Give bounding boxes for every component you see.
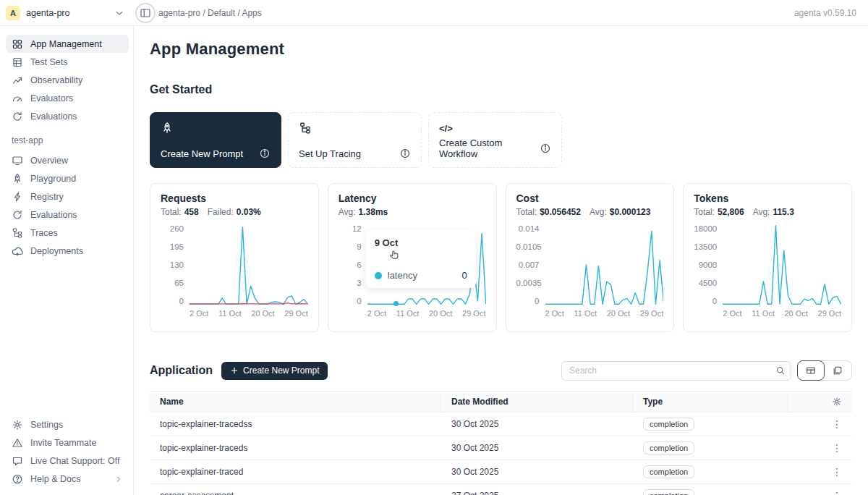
page-title: App Management (150, 40, 852, 59)
sidebar-item-label: Deployments (30, 246, 83, 256)
plus-icon (230, 366, 239, 375)
card-view-icon (833, 365, 843, 376)
app-name: career-assessment (150, 491, 441, 495)
card-label: Create Custom Workflow (439, 138, 540, 159)
header-name: Name (150, 392, 441, 412)
card-view-button[interactable] (824, 361, 851, 380)
sidebar-item-observability[interactable]: Observability (6, 71, 129, 89)
sidebar-item-evaluators[interactable]: Evaluators (6, 89, 129, 107)
sidebar-item-app-evaluations[interactable]: Evaluations (6, 206, 129, 224)
application-title: Application (150, 364, 213, 377)
app-name: topic-explainer-tracedss (150, 419, 441, 429)
y-axis-labels: 129630 (339, 224, 367, 305)
column-settings-gear-icon[interactable] (832, 397, 842, 407)
code-icon: </> (439, 121, 551, 135)
chart-title: Latency (339, 192, 486, 204)
type-badge: completion (643, 418, 694, 431)
sidebar-item-label: Evaluations (30, 111, 77, 122)
sidebar: App Management Test Sets Observability E… (0, 26, 134, 495)
create-new-prompt-button[interactable]: Create New Prompt (221, 362, 328, 380)
tree-icon (12, 227, 23, 239)
sidebar-item-label: Evaluators (30, 93, 73, 103)
breadcrumb: agenta-pro / Default / Apps (158, 8, 262, 18)
sidebar-item-evaluations[interactable]: Evaluations (6, 107, 129, 125)
table-row[interactable]: topic-explainer-traceds 30 Oct 2025 comp… (150, 436, 852, 460)
chart-stats: Total:458 Failed:0.03% (161, 207, 308, 217)
tokens-chart-card: Tokens Total:52,806 Avg:115.3 1800013500… (683, 183, 852, 332)
sidebar-item-traces[interactable]: Traces (6, 224, 129, 242)
sidebar-item-invite-teammate[interactable]: Invite Teammate (6, 433, 129, 452)
set-up-tracing-card[interactable]: Set Up Tracing (288, 112, 422, 168)
cost-line-chart[interactable] (545, 224, 664, 305)
table-header: Name Date Modified Type (150, 391, 852, 412)
sidebar-item-settings[interactable]: Settings (6, 415, 129, 433)
sidebar-item-help-docs[interactable]: Help & Docs (6, 470, 129, 488)
table-row[interactable]: topic-explainer-traced 30 Oct 2025 compl… (150, 460, 852, 484)
sidebar-item-label: Evaluations (30, 210, 77, 220)
sidebar-item-live-chat-support[interactable]: Live Chat Support: Off (6, 452, 129, 470)
monitor-icon (12, 155, 23, 166)
create-new-prompt-card[interactable]: Create New Prompt (150, 112, 281, 168)
date-modified: 30 Oct 2025 (441, 467, 633, 477)
view-toggle (797, 360, 852, 381)
lightning-icon (12, 191, 23, 203)
chart-stats: Total:$0.056452 Avg:$0.000123 (516, 207, 664, 217)
y-axis-labels: 1800013500900045000 (694, 224, 723, 305)
workspace-name: agenta-pro (26, 8, 108, 18)
series-dot (375, 272, 382, 279)
chevron-down-icon (114, 7, 125, 19)
app-version: agenta v0.59.10 (794, 8, 868, 18)
table-row[interactable]: career-assessment 27 Oct 2025 completion… (150, 484, 852, 495)
requests-line-chart[interactable] (190, 224, 308, 305)
x-axis-labels: 2 Oct11 Oct20 Oct29 Oct (723, 309, 841, 318)
card-label: Set Up Tracing (299, 148, 361, 159)
tokens-line-chart[interactable] (723, 224, 841, 305)
sidebar-item-playground[interactable]: Playground (6, 169, 129, 187)
workspace-selector[interactable]: A agenta-pro (0, 0, 134, 25)
row-menu-button[interactable]: ⋮ (788, 466, 852, 478)
sidebar-item-label: Invite Teammate (30, 438, 96, 448)
date-modified: 27 Oct 2025 (441, 491, 633, 495)
sidebar-toggle-icon (140, 7, 151, 19)
invite-teammate-icon (12, 437, 23, 449)
tooltip-date: 9 Oct (375, 237, 467, 248)
table-row[interactable]: topic-explainer-tracedss 30 Oct 2025 com… (150, 412, 852, 436)
chart-stats: Total:52,806 Avg:115.3 (694, 207, 841, 217)
sidebar-item-deployments[interactable]: Deployments (6, 242, 129, 260)
gauge-icon (12, 93, 23, 104)
card-label: Create New Prompt (161, 148, 243, 159)
sidebar-item-label: App Management (30, 39, 102, 49)
header-date-modified: Date Modified (441, 392, 633, 412)
row-menu-button[interactable]: ⋮ (788, 442, 852, 454)
search-icon[interactable] (775, 365, 786, 376)
app-section-label: test-app (12, 135, 133, 145)
sidebar-item-registry[interactable]: Registry (6, 187, 129, 206)
table-view-button[interactable] (797, 360, 825, 381)
table-icon (12, 56, 23, 68)
sidebar-item-test-sets[interactable]: Test Sets (6, 53, 129, 71)
question-circle-icon (12, 473, 23, 485)
y-axis-labels: 0.0140.01050.0070.00350 (516, 224, 545, 305)
gear-icon (12, 419, 23, 431)
create-custom-workflow-card[interactable]: </> Create Custom Workflow (428, 112, 562, 168)
sidebar-item-label: Traces (30, 228, 58, 238)
chart-title: Cost (516, 192, 664, 204)
row-menu-button[interactable]: ⋮ (788, 490, 852, 495)
sidebar-toggle-button[interactable] (135, 3, 156, 23)
header-type: Type (633, 392, 788, 412)
row-menu-button[interactable]: ⋮ (788, 418, 852, 430)
x-axis-labels: 2 Oct11 Oct20 Oct29 Oct (367, 309, 486, 318)
rocket-icon (161, 122, 174, 135)
date-modified: 30 Oct 2025 (441, 419, 633, 429)
date-modified: 30 Oct 2025 (441, 443, 633, 453)
main-content: App Management Get Started Create New Pr… (134, 26, 868, 495)
chart-stats: Avg:1.38ms (339, 207, 486, 217)
chart-title: Requests (161, 192, 308, 204)
sidebar-item-label: Settings (30, 420, 63, 430)
search-input[interactable] (561, 361, 791, 381)
sidebar-item-app-management[interactable]: App Management (6, 35, 129, 53)
info-icon (259, 148, 271, 159)
app-name: topic-explainer-traceds (150, 443, 441, 453)
sidebar-item-label: Playground (30, 174, 76, 184)
sidebar-item-overview[interactable]: Overview (6, 151, 129, 169)
